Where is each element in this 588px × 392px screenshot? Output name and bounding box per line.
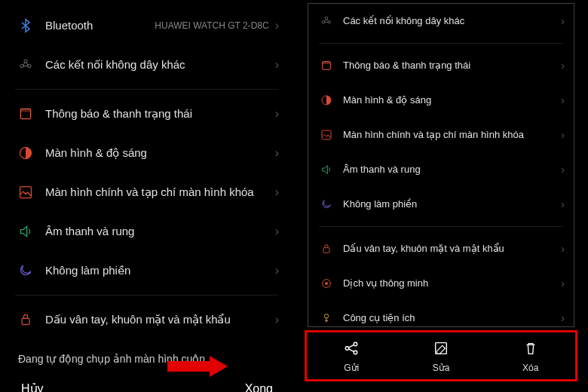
settings-item-fingerprint[interactable]: Dấu vân tay, khuôn mặt và mật khẩu›	[9, 300, 285, 339]
settings-item-tools[interactable]: Công cụ tiện ích›	[313, 301, 569, 327]
svg-rect-14	[322, 130, 331, 139]
connections-icon	[317, 15, 335, 27]
chevron-right-icon: ›	[275, 264, 279, 277]
scroll-status: Đang tự động chụp ảnh màn hình cuộn...	[0, 339, 294, 374]
screen-right: Các kết nối không dây khác›Thông báo & t…	[294, 0, 588, 392]
chevron-right-icon: ›	[275, 146, 279, 160]
delete-action[interactable]: Xóa	[522, 340, 539, 373]
svg-rect-7	[22, 318, 29, 324]
svg-point-21	[354, 351, 357, 354]
divider	[319, 226, 563, 227]
svg-point-1	[28, 65, 31, 68]
fingerprint-icon	[317, 243, 335, 255]
settings-item-dnd[interactable]: Không làm phiền›	[313, 187, 569, 222]
item-label: Dấu vân tay, khuôn mặt và mật khẩu	[36, 312, 275, 327]
item-label: Màn hình chính và tạp chí màn hình khóa	[36, 185, 275, 200]
share-action[interactable]: Gửi	[343, 340, 360, 373]
chevron-right-icon: ›	[275, 185, 279, 199]
dnd-icon	[317, 198, 335, 210]
action-bar: GửiSửaXóa	[305, 330, 577, 381]
fingerprint-icon	[15, 312, 36, 327]
chevron-right-icon: ›	[561, 312, 565, 324]
chevron-right-icon: ›	[561, 15, 565, 27]
item-label: Màn hình chính và tạp chí màn hình khóa	[335, 129, 561, 142]
action-label: Xóa	[522, 363, 538, 373]
item-label: Bluetooth	[36, 18, 155, 33]
chevron-right-icon: ›	[561, 60, 565, 72]
settings-item-wallpaper[interactable]: Màn hình chính và tạp chí màn hình khóa›	[9, 173, 285, 212]
settings-list-left: BluetoothHUAWEI WATCH GT 2-D8C›Các kết n…	[0, 6, 294, 339]
brightness-icon	[317, 94, 335, 106]
settings-item-fingerprint[interactable]: Dấu vân tay, khuôn mặt và mật khẩu›	[313, 231, 569, 266]
settings-item-bluetooth[interactable]: BluetoothHUAWEI WATCH GT 2-D8C›	[9, 6, 285, 45]
settings-list-right: Các kết nối không dây khác›Thông báo & t…	[308, 4, 574, 327]
svg-point-18	[324, 314, 328, 318]
svg-point-19	[345, 347, 349, 351]
item-label: Không làm phiền	[335, 198, 561, 211]
action-label: Sửa	[433, 363, 450, 373]
settings-item-brightness[interactable]: Màn hình & độ sáng›	[9, 133, 285, 173]
item-label: Màn hình & độ sáng	[335, 94, 561, 107]
svg-point-17	[325, 282, 328, 285]
settings-item-sound[interactable]: Âm thanh và rung›	[313, 152, 569, 187]
chevron-right-icon: ›	[275, 19, 279, 32]
item-label: Âm thanh và rung	[335, 164, 561, 176]
svg-rect-15	[323, 248, 329, 253]
item-label: Màn hình & độ sáng	[36, 145, 275, 161]
chevron-right-icon: ›	[561, 277, 565, 289]
svg-point-2	[24, 60, 27, 63]
sound-icon	[317, 164, 335, 176]
svg-rect-6	[20, 187, 32, 198]
notification-icon	[15, 106, 36, 121]
item-label: Công cụ tiện ích	[335, 312, 561, 325]
divider	[15, 295, 279, 296]
annotation-arrow	[167, 356, 228, 377]
settings-item-brightness[interactable]: Màn hình & độ sáng›	[313, 83, 569, 118]
share-icon	[343, 340, 360, 360]
item-label: Dịch vụ thông minh	[335, 277, 561, 290]
item-label: Thông báo & thanh trạng thái	[36, 106, 275, 121]
svg-point-8	[322, 21, 324, 23]
bluetooth-icon	[15, 18, 36, 33]
tools-icon	[317, 312, 335, 324]
action-label: Gửi	[344, 363, 359, 373]
settings-item-smart[interactable]: Dịch vụ thông minh›	[313, 266, 569, 301]
chevron-right-icon: ›	[561, 164, 565, 176]
svg-rect-12	[323, 62, 331, 64]
chevron-right-icon: ›	[561, 198, 565, 210]
dnd-icon	[15, 263, 36, 278]
wallpaper-icon	[15, 185, 36, 200]
chevron-right-icon: ›	[275, 58, 279, 72]
settings-item-connections[interactable]: Các kết nối không dây khác›	[313, 4, 569, 38]
item-label: Các kết nối không dây khác	[335, 15, 561, 28]
chevron-right-icon: ›	[561, 129, 565, 141]
svg-point-0	[20, 65, 23, 68]
item-label: Không làm phiền	[36, 263, 275, 278]
item-label: Dấu vân tay, khuôn mặt và mật khẩu	[335, 243, 561, 256]
notification-icon	[317, 60, 335, 72]
sound-icon	[15, 224, 36, 239]
brightness-icon	[15, 145, 36, 161]
divider	[319, 43, 563, 44]
item-label: Âm thanh và rung	[36, 224, 275, 239]
item-subtext: HUAWEI WATCH GT 2-D8C	[155, 20, 274, 31]
connections-icon	[15, 57, 36, 72]
item-label: Thông báo & thanh trạng thái	[335, 60, 561, 72]
cancel-button[interactable]: Hủy	[21, 381, 44, 392]
edit-icon	[433, 340, 449, 360]
settings-item-wallpaper[interactable]: Màn hình chính và tạp chí màn hình khóa›	[313, 118, 569, 152]
settings-item-connections[interactable]: Các kết nối không dây khác›	[9, 45, 285, 84]
chevron-right-icon: ›	[561, 243, 565, 255]
settings-item-dnd[interactable]: Không làm phiền›	[9, 251, 285, 290]
settings-item-notification[interactable]: Thông báo & thanh trạng thái›	[9, 94, 285, 133]
edit-action[interactable]: Sửa	[433, 340, 450, 373]
smart-icon	[317, 277, 335, 289]
item-label: Các kết nối không dây khác	[36, 57, 275, 72]
settings-item-sound[interactable]: Âm thanh và rung›	[9, 212, 285, 251]
bottom-bar: Hủy Xong	[0, 374, 294, 392]
svg-rect-4	[20, 109, 30, 112]
wallpaper-icon	[317, 129, 335, 141]
delete-icon	[522, 340, 539, 360]
settings-item-notification[interactable]: Thông báo & thanh trạng thái›	[313, 48, 569, 83]
done-button[interactable]: Xong	[245, 382, 273, 393]
